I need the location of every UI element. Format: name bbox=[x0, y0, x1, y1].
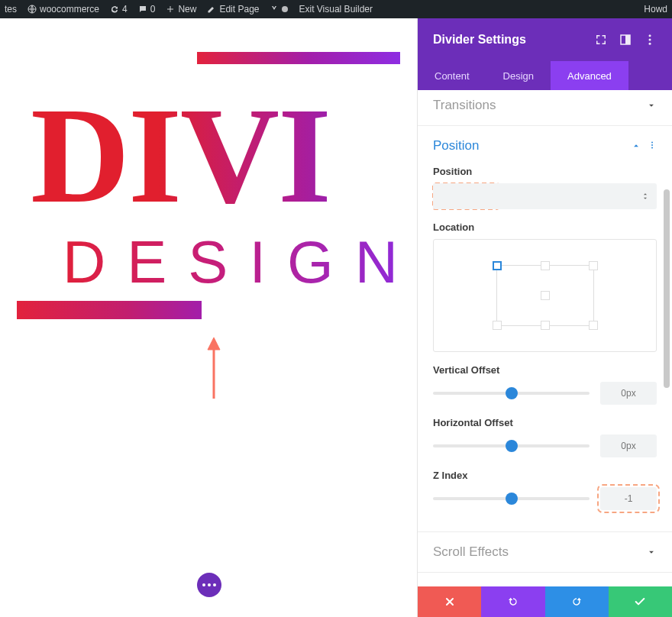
svg-point-6 bbox=[649, 39, 651, 41]
heading-design: DESIGN bbox=[63, 232, 417, 292]
slider-thumb[interactable] bbox=[506, 387, 518, 399]
close-icon bbox=[444, 596, 456, 608]
slider-horizontal-offset[interactable] bbox=[433, 444, 590, 447]
tab-advanced[interactable]: Advanced bbox=[551, 61, 628, 90]
settings-panel: Divider Settings Content Design Advanced… bbox=[417, 18, 672, 617]
scrollbar-thumb[interactable] bbox=[664, 189, 670, 388]
undo-icon bbox=[507, 596, 519, 608]
location-bottom-center[interactable] bbox=[541, 321, 550, 330]
divider-top bbox=[197, 52, 400, 64]
field-horizontal-offset: Horizontal Offset bbox=[418, 412, 672, 465]
wpbar-item-howdy[interactable]: Howd bbox=[644, 4, 667, 15]
divider-bottom bbox=[17, 301, 202, 319]
wpbar-item-exit-builder[interactable]: Exit Visual Builder bbox=[299, 4, 373, 15]
save-button[interactable] bbox=[609, 586, 672, 617]
chevron-down-icon bbox=[646, 100, 657, 111]
plus-icon bbox=[166, 5, 175, 14]
redo-icon bbox=[570, 596, 583, 608]
wpbar-item-updates[interactable]: 4 bbox=[110, 4, 128, 15]
panel-footer bbox=[418, 586, 672, 617]
slider-vertical-offset[interactable] bbox=[433, 392, 590, 395]
location-picker bbox=[433, 239, 657, 352]
section-position[interactable]: Position bbox=[418, 131, 672, 161]
svg-point-8 bbox=[651, 142, 653, 144]
svg-point-7 bbox=[649, 43, 651, 45]
slider-thumb[interactable] bbox=[506, 493, 518, 505]
svg-rect-4 bbox=[625, 35, 630, 44]
undo-button[interactable] bbox=[481, 586, 544, 617]
expand-icon[interactable] bbox=[594, 33, 608, 47]
slider-z-index[interactable] bbox=[433, 497, 590, 500]
input-vertical-offset[interactable] bbox=[600, 382, 657, 405]
refresh-icon bbox=[110, 5, 119, 14]
tab-design[interactable]: Design bbox=[486, 61, 551, 90]
yoast-icon bbox=[270, 5, 279, 14]
section-more-icon[interactable] bbox=[648, 139, 657, 153]
snap-icon[interactable] bbox=[619, 33, 632, 47]
svg-point-10 bbox=[651, 147, 653, 149]
cancel-button[interactable] bbox=[418, 586, 481, 617]
scrollbar[interactable] bbox=[661, 90, 672, 457]
wpbar-item-yoast[interactable] bbox=[270, 5, 288, 14]
status-dot-icon bbox=[282, 6, 288, 12]
field-location: Location bbox=[418, 217, 672, 360]
more-icon[interactable] bbox=[643, 33, 657, 47]
label-vertical-offset: Vertical Offset bbox=[433, 364, 657, 376]
wpbar-item-new[interactable]: New bbox=[166, 4, 196, 15]
panel-title: Divider Settings bbox=[433, 33, 583, 47]
field-position: Position Absolute . bbox=[418, 161, 672, 217]
location-top-center[interactable] bbox=[541, 261, 550, 270]
builder-fab[interactable] bbox=[197, 573, 221, 597]
panel-tabs: Content Design Advanced bbox=[418, 61, 672, 90]
select-position-full[interactable]: . bbox=[433, 183, 657, 209]
field-vertical-offset: Vertical Offset bbox=[418, 360, 672, 412]
slider-thumb[interactable] bbox=[506, 440, 518, 452]
location-top-right[interactable] bbox=[589, 261, 598, 270]
wpbar-item-comments[interactable]: 0 bbox=[138, 4, 156, 15]
section-scroll-effects[interactable]: Scroll Effects bbox=[418, 537, 672, 567]
input-horizontal-offset[interactable] bbox=[600, 434, 657, 457]
location-top-left[interactable] bbox=[493, 261, 502, 270]
label-location: Location bbox=[433, 221, 657, 233]
panel-scroll[interactable]: Transitions Position Positio bbox=[418, 90, 672, 617]
location-bottom-left[interactable] bbox=[493, 321, 502, 330]
location-bottom-right[interactable] bbox=[589, 321, 598, 330]
redo-button[interactable] bbox=[545, 586, 609, 617]
label-z-index: Z Index bbox=[433, 470, 657, 481]
annotation-arrow bbox=[206, 338, 221, 403]
tab-content[interactable]: Content bbox=[418, 61, 486, 90]
wpbar-item-woocommerce[interactable]: woocommerce bbox=[27, 4, 99, 15]
label-horizontal-offset: Horizontal Offset bbox=[433, 417, 657, 428]
comment-icon bbox=[138, 5, 147, 14]
check-icon bbox=[634, 596, 646, 608]
label-position: Position bbox=[433, 166, 657, 177]
panel-header: Divider Settings bbox=[418, 18, 672, 61]
pencil-icon bbox=[207, 5, 216, 14]
field-z-index: Z Index bbox=[418, 465, 672, 518]
wpbar-item-sites[interactable]: tes bbox=[5, 4, 17, 15]
svg-point-5 bbox=[649, 34, 651, 37]
section-transitions[interactable]: Transitions bbox=[418, 90, 672, 121]
chevron-down-icon bbox=[646, 547, 657, 557]
globe-icon bbox=[27, 5, 37, 14]
svg-point-9 bbox=[651, 144, 653, 146]
chevron-up-icon bbox=[631, 141, 641, 151]
heading-divi: DIVI bbox=[31, 87, 397, 225]
location-middle-center[interactable] bbox=[541, 291, 550, 300]
wpbar-item-edit-page[interactable]: Edit Page bbox=[207, 4, 259, 15]
wp-admin-bar: tes woocommerce 4 0 New Edit Page Exit V… bbox=[0, 0, 672, 18]
svg-marker-2 bbox=[208, 338, 220, 350]
input-z-index[interactable] bbox=[600, 487, 657, 510]
page-preview: DIVI DESIGN bbox=[0, 18, 417, 617]
